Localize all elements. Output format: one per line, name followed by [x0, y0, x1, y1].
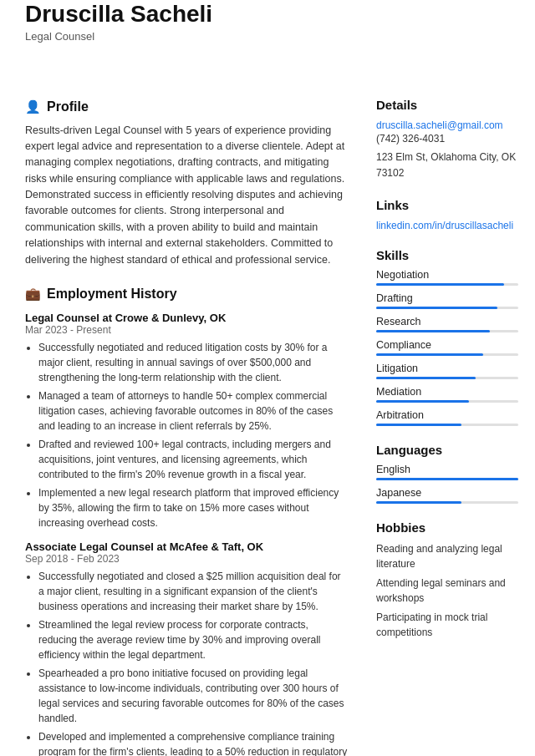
- job-title-header: Legal Counsel: [25, 30, 515, 43]
- full-name: Druscilla Sacheli: [25, 0, 515, 28]
- skill-bar-bg: [376, 307, 518, 309]
- employment-section: 💼 Employment History Legal Counsel at Cr…: [25, 287, 348, 756]
- languages-title: Languages: [376, 443, 518, 457]
- skill-bar-bg: [376, 353, 518, 356]
- skill-bar-bg: [376, 283, 518, 286]
- skill-research: Research: [376, 316, 518, 332]
- profile-title: 👤 Profile: [25, 99, 348, 114]
- details-section: Details druscilla.sacheli@gmail.com (742…: [376, 98, 518, 182]
- skill-bar-fill: [376, 377, 476, 379]
- job-2-title: Associate Legal Counsel at McAfee & Taft…: [25, 540, 348, 553]
- links-section: Links linkedin.com/in/druscillasacheli: [376, 198, 518, 231]
- language-english: English: [376, 464, 518, 480]
- profile-text: Results-driven Legal Counsel with 5 year…: [25, 123, 348, 268]
- profile-section: 👤 Profile Results-driven Legal Counsel w…: [25, 99, 348, 268]
- hobbies-section: Hobbies Reading and analyzing legal lite…: [376, 520, 518, 640]
- hobby-2: Attending legal seminars and workshops: [376, 576, 518, 606]
- list-item: Successfully negotiated and reduced liti…: [38, 340, 348, 385]
- skill-bar-fill: [376, 330, 490, 332]
- languages-section: Languages English Japanese: [376, 443, 518, 504]
- job-2-bullets: Successfully negotiated and closed a $25…: [25, 569, 348, 756]
- skill-arbitration: Arbitration: [376, 409, 518, 426]
- employment-icon: 💼: [25, 287, 41, 302]
- job-1-bullets: Successfully negotiated and reduced liti…: [25, 340, 348, 530]
- lang-bar-fill: [376, 501, 461, 504]
- job-1-title: Legal Counsel at Crowe & Dunlevy, OK: [25, 312, 348, 324]
- skill-bar-bg: [376, 377, 518, 379]
- list-item: Spearheaded a pro bono initiative focuse…: [38, 666, 348, 726]
- skill-negotiation: Negotiation: [376, 269, 518, 286]
- skill-litigation: Litigation: [376, 363, 518, 379]
- skill-compliance: Compliance: [376, 339, 518, 356]
- list-item: Implemented a new legal research platfor…: [38, 485, 348, 530]
- hobby-3: Participating in mock trial competitions: [376, 610, 518, 640]
- skills-section: Skills Negotiation Drafting Research: [376, 248, 518, 426]
- list-item: Streamlined the legal review process for…: [38, 617, 348, 662]
- skill-bar-bg: [376, 330, 518, 332]
- profile-icon: 👤: [25, 99, 41, 114]
- skill-bar-fill: [376, 353, 483, 356]
- job-1: Legal Counsel at Crowe & Dunlevy, OK Mar…: [25, 312, 348, 530]
- header: Druscilla Sacheli Legal Counsel: [0, 0, 535, 56]
- page-layout: 👤 Profile Results-driven Legal Counsel w…: [0, 56, 535, 756]
- skill-bar-bg: [376, 400, 518, 403]
- skill-bar-fill: [376, 307, 497, 309]
- list-item: Managed a team of attorneys to handle 50…: [38, 388, 348, 434]
- list-item: Developed and implemented a comprehensiv…: [38, 729, 348, 756]
- hobbies-title: Hobbies: [376, 520, 518, 535]
- skills-title: Skills: [376, 248, 518, 262]
- skill-mediation: Mediation: [376, 386, 518, 403]
- skill-drafting: Drafting: [376, 292, 518, 309]
- phone-number: (742) 326-4031: [376, 131, 518, 147]
- hobby-1: Reading and analyzing legal literature: [376, 541, 518, 571]
- left-column: 👤 Profile Results-driven Legal Counsel w…: [0, 81, 368, 756]
- links-title: Links: [376, 198, 518, 212]
- language-japanese: Japanese: [376, 487, 518, 504]
- lang-bar-bg: [376, 478, 518, 480]
- lang-bar-bg: [376, 501, 518, 504]
- details-title: Details: [376, 98, 518, 112]
- email-link[interactable]: druscilla.sacheli@gmail.com: [376, 119, 503, 131]
- skill-bar-fill: [376, 283, 504, 286]
- job-2-date: Sep 2018 - Feb 2023: [25, 553, 348, 565]
- job-2: Associate Legal Counsel at McAfee & Taft…: [25, 540, 348, 756]
- list-item: Successfully negotiated and closed a $25…: [38, 569, 348, 614]
- job-1-date: Mar 2023 - Present: [25, 324, 348, 336]
- skill-bar-fill: [376, 424, 461, 426]
- employment-title: 💼 Employment History: [25, 287, 348, 302]
- list-item: Drafted and reviewed 100+ legal contract…: [38, 437, 348, 482]
- right-column: Details druscilla.sacheli@gmail.com (742…: [368, 81, 535, 756]
- skill-bar-fill: [376, 400, 469, 403]
- lang-bar-fill: [376, 478, 518, 480]
- address: 123 Elm St, Oklahoma City, OK 73102: [376, 150, 518, 181]
- linkedin-link[interactable]: linkedin.com/in/druscillasacheli: [376, 220, 513, 231]
- skill-bar-bg: [376, 424, 518, 426]
